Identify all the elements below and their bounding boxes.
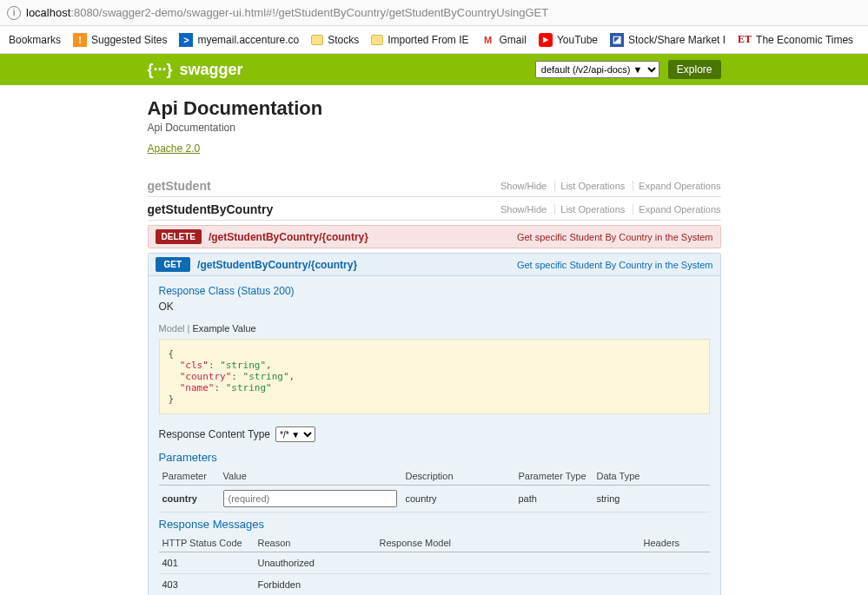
param-datatype: string <box>593 486 710 512</box>
bookmarks-bar: Bookmarks !Suggested Sites >myemail.acce… <box>0 26 868 54</box>
param-type: path <box>515 486 593 512</box>
swagger-logo[interactable]: {···} swagger <box>148 61 243 79</box>
url-info-icon[interactable]: i <box>7 6 21 20</box>
operation-delete: DELETE /getStudentByCountry/{country} Ge… <box>148 225 721 248</box>
parameters-table: Parameter Value Description Parameter Ty… <box>159 467 710 512</box>
main-content: Api Documentation Api Documentation Apac… <box>148 97 721 595</box>
youtube-icon: ▶ <box>539 33 553 47</box>
response-ok: OK <box>159 301 710 313</box>
bookmark-youtube[interactable]: ▶YouTube <box>539 33 598 47</box>
tab-model[interactable]: Model <box>159 323 185 334</box>
swagger-logo-icon: {···} <box>148 61 173 79</box>
operation-path[interactable]: /getStudentByCountry/{country} <box>209 231 517 243</box>
url-host: localhost <box>26 6 70 19</box>
controller-ops: Show/Hide List Operations Expand Operati… <box>490 204 720 215</box>
license: Apache 2.0 <box>148 142 721 155</box>
operation-summary: Get specific Student By Country in the S… <box>517 260 713 270</box>
chart-icon: ◪ <box>610 33 624 47</box>
example-value-box[interactable]: { "cls": "string", "country": "string", … <box>159 339 710 414</box>
bookmark-gmail[interactable]: MGmail <box>481 33 527 47</box>
spec-select[interactable]: default (/v2/api-docs) ▼ <box>535 61 659 78</box>
operation-summary: Get specific Student By Country in the S… <box>517 232 713 242</box>
ops-list[interactable]: List Operations <box>554 204 625 215</box>
ops-show[interactable]: Show/Hide <box>495 204 547 215</box>
controller-name[interactable]: getStudentByCountry <box>148 202 491 216</box>
rct-label: Response Content Type <box>159 428 271 440</box>
operation-header[interactable]: DELETE /getStudentByCountry/{country} Ge… <box>148 225 721 248</box>
lightbulb-icon: ! <box>73 33 87 47</box>
method-badge: GET <box>156 257 191 272</box>
controller-name[interactable]: getStudent <box>148 179 491 193</box>
response-content-type[interactable]: */* ▼ <box>275 426 315 442</box>
bookmark-myemail[interactable]: >myemail.accenture.co <box>179 33 299 47</box>
operation-path[interactable]: /getStudentByCountry/{country} <box>197 259 517 271</box>
controller-ops: Show/Hide List Operations Expand Operati… <box>490 181 720 191</box>
controller-getstudentbycountry[interactable]: getStudentByCountry Show/Hide List Opera… <box>148 197 721 221</box>
bookmark-suggested[interactable]: !Suggested Sites <box>73 33 167 47</box>
et-icon: ET <box>738 33 752 47</box>
ops-list[interactable]: List Operations <box>554 181 625 191</box>
tab-example[interactable]: Example Value <box>192 323 255 334</box>
table-row: country country path string <box>159 486 710 512</box>
model-tabs: Model | Example Value <box>159 323 710 334</box>
bookmarks-label[interactable]: Bookmarks <box>9 34 61 46</box>
gmail-icon: M <box>481 33 495 47</box>
method-badge: DELETE <box>156 229 202 244</box>
folder-icon <box>311 35 323 45</box>
swagger-brand: swagger <box>180 61 243 79</box>
parameters-heading: Parameters <box>159 451 710 464</box>
ops-expand[interactable]: Expand Operations <box>633 204 720 215</box>
param-desc: country <box>402 486 515 512</box>
explore-button[interactable]: Explore <box>668 60 721 79</box>
operation-body: Response Class (Status 200) OK Model | E… <box>148 276 721 595</box>
controller-getstudent[interactable]: getStudent Show/Hide List Operations Exp… <box>148 174 721 197</box>
operation-header[interactable]: GET /getStudentByCountry/{country} Get s… <box>148 253 721 276</box>
operation-get: GET /getStudentByCountry/{country} Get s… <box>148 253 721 595</box>
bookmark-stocks[interactable]: Stocks <box>311 34 359 46</box>
ops-expand[interactable]: Expand Operations <box>633 181 720 191</box>
ops-show[interactable]: Show/Hide <box>495 181 547 191</box>
response-messages-table: HTTP Status Code Reason Response Model H… <box>159 534 710 595</box>
swagger-header: {···} swagger default (/v2/api-docs) ▼ E… <box>0 54 868 85</box>
response-class: Response Class (Status 200) <box>159 285 710 297</box>
folder-icon <box>371 35 383 45</box>
bookmark-imported[interactable]: Imported From IE <box>371 34 468 46</box>
response-messages-heading: Response Messages <box>159 518 710 531</box>
bookmark-stockmarket[interactable]: ◪Stock/Share Market I <box>610 33 726 47</box>
address-bar[interactable]: i localhost:8080/swagger2-demo/swagger-u… <box>0 0 868 26</box>
mail-icon: > <box>179 33 193 47</box>
license-link[interactable]: Apache 2.0 <box>148 142 201 155</box>
param-value-input[interactable] <box>223 490 397 507</box>
table-row: 403Forbidden <box>159 574 710 596</box>
bookmark-econtimes[interactable]: ETThe Economic Times <box>738 33 853 47</box>
param-name: country <box>159 486 220 512</box>
api-description: Api Documentation <box>148 122 721 134</box>
api-title: Api Documentation <box>148 97 721 120</box>
table-row: 401Unauthorized <box>159 552 710 574</box>
url-path: :8080/swagger2-demo/swagger-ui.html#!/ge… <box>70 6 548 19</box>
